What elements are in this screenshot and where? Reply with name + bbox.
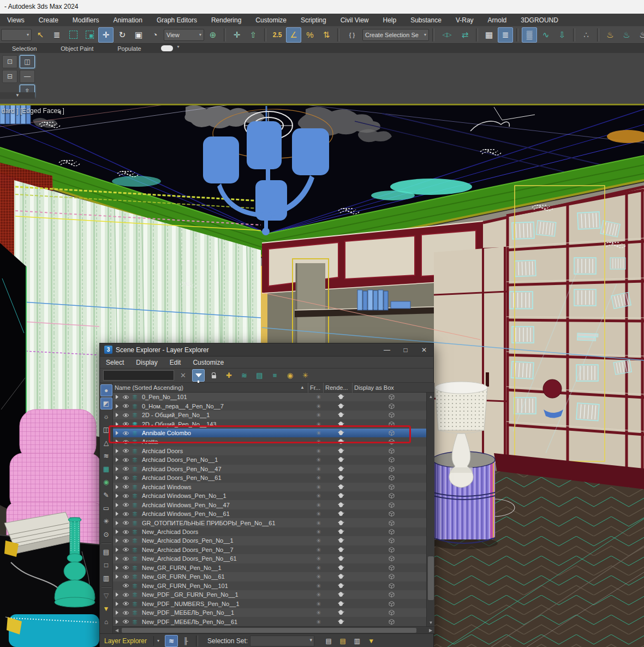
keyboard-override-icon[interactable]: ⇧ (246, 27, 261, 43)
filter-materials-icon[interactable]: ▦ (100, 463, 112, 475)
column-frozen[interactable]: Fr... (308, 383, 324, 393)
layer-row-2d-pen-no-143[interactable]: 2D - Общий_Pen_No__143✳ (113, 419, 426, 428)
visibility-eye-icon[interactable] (122, 448, 129, 453)
filter-bones-icon[interactable]: ◉ (100, 476, 112, 488)
display-as-box-icon[interactable] (389, 529, 395, 535)
display-as-box-icon[interactable] (389, 520, 395, 526)
menu-item-modifiers[interactable]: Modifiers (65, 16, 106, 24)
select-and-manipulate-icon[interactable]: ✛ (229, 27, 245, 43)
freeze-toggle-icon[interactable]: ✳ (316, 555, 321, 562)
minimize-button[interactable]: — (378, 344, 396, 356)
expand-arrow-icon[interactable] (116, 431, 118, 435)
renderable-teapot-icon[interactable] (337, 556, 345, 561)
display-as-box-icon[interactable] (389, 403, 395, 409)
menu-item-civil-view[interactable]: Civil View (333, 16, 376, 24)
expand-arrow-icon[interactable] (116, 610, 118, 615)
renderable-teapot-icon[interactable] (337, 502, 345, 508)
maximize-button[interactable]: □ (396, 344, 415, 356)
renderable-teapot-icon[interactable] (337, 565, 345, 571)
filter-spacewarps-icon[interactable]: ≋ (100, 450, 112, 462)
expand-arrow-icon[interactable] (116, 592, 118, 597)
explorer-titlebar[interactable]: 3 Scene Explorer - Layer Explorer — □ ✕ (100, 343, 433, 357)
freeze-toggle-icon[interactable]: ✳ (316, 483, 321, 490)
renderable-teapot-icon[interactable] (337, 493, 345, 498)
menu-item-views[interactable]: Views (0, 16, 32, 24)
visibility-eye-icon[interactable] (122, 440, 129, 444)
percent-snap-icon[interactable]: % (302, 27, 318, 43)
freeze-toggle-icon[interactable]: ✳ (316, 412, 321, 419)
expand-arrow-icon[interactable] (116, 413, 118, 417)
expand-arrow-icon[interactable] (116, 395, 118, 399)
display-as-box-icon[interactable] (389, 430, 395, 436)
close-button[interactable]: ✕ (415, 344, 433, 356)
spinner-snap-icon[interactable]: ⇅ (319, 27, 334, 43)
explorer-menu-display[interactable]: Display (130, 359, 163, 366)
explorer-menu-customize[interactable]: Customize (187, 359, 230, 366)
populate-flyout-icon[interactable] (161, 45, 173, 51)
filter-particles-icon[interactable]: ✎ (100, 489, 112, 501)
layer-row-archicad-doors-pen-no-1[interactable]: Archicad Doors_Pen_No__1✳ (113, 455, 426, 464)
renderable-teapot-icon[interactable] (337, 466, 345, 472)
visibility-eye-icon[interactable] (122, 512, 129, 517)
visibility-eye-icon[interactable] (122, 494, 129, 498)
mirror-icon[interactable]: ◁▷ (438, 27, 456, 43)
layer-row-new-gr-furn-pen-no-61[interactable]: New_GR_FURN_Pen_No__61✳ (113, 572, 426, 581)
visibility-eye-icon[interactable] (122, 395, 129, 400)
menu-item-v-ray[interactable]: V-Ray (449, 16, 481, 24)
visibility-eye-icon[interactable] (122, 601, 129, 606)
use-center-icon[interactable]: ◔ (147, 27, 163, 43)
expand-arrow-icon[interactable] (116, 494, 118, 498)
freeze-toggle-icon[interactable]: ✳ (316, 573, 321, 580)
ribbon-tab-selection[interactable]: Selection (0, 45, 49, 52)
select-and-rotate-icon[interactable]: ↻ (115, 27, 130, 43)
scroll-up-icon[interactable]: ▲ (427, 393, 435, 400)
horizontal-scroll-thumb[interactable] (122, 628, 416, 633)
renderable-teapot-icon[interactable] (337, 430, 345, 436)
render-production-icon[interactable]: ♨ (635, 27, 644, 43)
vertical-scroll-thumb[interactable] (428, 556, 434, 600)
expand-arrow-icon[interactable] (116, 530, 118, 534)
renderable-teapot-icon[interactable] (337, 520, 345, 526)
expand-arrow-icon[interactable] (116, 467, 118, 471)
display-as-box-icon[interactable] (389, 457, 395, 463)
ribbon-panel-button-4[interactable]: — (20, 70, 35, 83)
ribbon-collapse-bar[interactable]: ▼ (0, 92, 35, 99)
search-input[interactable] (103, 370, 174, 381)
visibility-eye-icon[interactable] (122, 530, 129, 535)
display-as-box-icon[interactable] (389, 556, 395, 562)
layer-row-new-gr-furn-pen-no-1[interactable]: New_GR_FURN_Pen_No__1✳ (113, 563, 426, 572)
menu-item-substance[interactable]: Substance (403, 16, 449, 24)
filter-config-icon[interactable]: ▽ (100, 590, 112, 602)
layer-row-0-4-pen-no-7[interactable]: 0_Ном._пера__4_Pen_No__7✳ (113, 401, 426, 410)
display-as-box-icon[interactable] (389, 538, 395, 544)
align-icon[interactable]: ⇄ (457, 27, 473, 43)
expand-arrow-icon[interactable] (116, 566, 118, 570)
remove-set-icon[interactable]: ▥ (350, 635, 363, 647)
explorer-mode-label[interactable]: Layer Explorer (104, 637, 147, 645)
selection-set-dropdown[interactable] (250, 636, 314, 646)
layer-row-archicad-doors[interactable]: Archicad Doors✳ (113, 447, 426, 455)
layer-row-gr-pen-no-61[interactable]: GR_ОТОПИТЕЛЬНЫЕ ПРИБОРЫ_Pen_No__61✳ (113, 518, 426, 527)
filter-cameras-icon[interactable]: ◫ (100, 424, 112, 436)
ribbon-panel-button-2[interactable]: ⊟ (2, 70, 17, 83)
freeze-toggle-icon[interactable]: ✳ (316, 511, 321, 518)
layer-row-new-archicad-doors-pen-no-61[interactable]: New_Archicad Doors_Pen_No__61✳ (113, 554, 426, 563)
renderable-teapot-icon[interactable] (337, 547, 345, 553)
expand-arrow-icon[interactable] (116, 422, 118, 426)
expand-arrow-icon[interactable] (116, 521, 118, 525)
rectangular-selection-icon[interactable] (65, 27, 81, 43)
mode-dropdown-icon[interactable]: ▾ (153, 636, 163, 646)
select-object-icon[interactable]: ↖ (33, 27, 48, 43)
display-as-box-icon[interactable] (389, 466, 395, 472)
freeze-toggle-icon[interactable]: ✳ (316, 537, 321, 544)
add-set-icon[interactable]: ▤ (336, 635, 349, 647)
ribbon-panel-button-1[interactable]: ⊡ (2, 55, 17, 68)
freeze-toggle-icon[interactable]: ✳ (316, 420, 321, 428)
visibility-eye-icon[interactable] (122, 547, 129, 552)
select-and-move-icon[interactable]: ✛ (98, 27, 114, 43)
create-selection-set-dropdown[interactable]: Create Selection Se▾ (362, 29, 429, 41)
filter-shapes-icon[interactable]: ◩ (100, 397, 112, 409)
edit-set-icon[interactable]: ▤ (322, 635, 335, 647)
expand-arrow-icon[interactable] (116, 574, 118, 579)
layer-explorer-icon[interactable]: ≣ (498, 27, 513, 43)
